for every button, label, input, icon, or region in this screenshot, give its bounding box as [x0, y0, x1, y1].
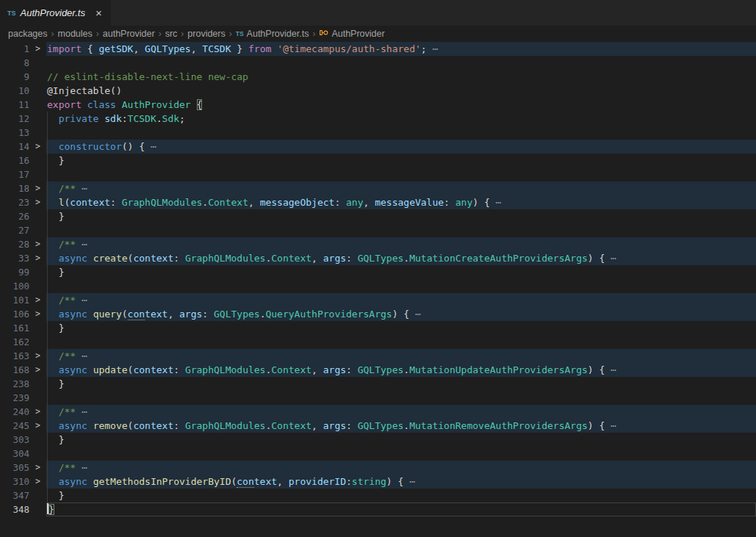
fold-chevron-icon[interactable]: >	[29, 349, 46, 363]
code-line-content[interactable]: }	[46, 377, 756, 391]
breadcrumb-item-packages[interactable]: packages	[8, 29, 48, 39]
code-line-content[interactable]	[46, 279, 756, 293]
code-line-content[interactable]: async getMethodsInProviderByID(context, …	[46, 475, 756, 489]
code-line-content[interactable]: }	[46, 489, 756, 502]
code-line-content[interactable]: /** ⋯	[46, 293, 756, 307]
folded-code-placeholder[interactable]: ⋯	[82, 462, 87, 473]
folded-code-placeholder[interactable]: ⋯	[496, 197, 502, 208]
code-line-content[interactable]	[46, 391, 756, 405]
code-line-content[interactable]: /** ⋯	[46, 461, 756, 475]
code-line-content[interactable]: @Injectable()	[46, 84, 756, 98]
code-token: TCSDK	[202, 43, 231, 54]
fold-chevron-icon[interactable]: >	[29, 363, 46, 377]
code-line-content[interactable]: constructor() { ⋯	[46, 140, 756, 154]
folded-code-placeholder[interactable]: ⋯	[82, 239, 87, 250]
code-line-content[interactable]	[46, 223, 756, 237]
folded-code-placeholder[interactable]: ⋯	[82, 295, 87, 306]
breadcrumb-item-src[interactable]: src	[165, 29, 178, 39]
code-token: }	[47, 490, 64, 501]
code-line: 27	[0, 223, 756, 237]
line-number: 304	[0, 447, 29, 461]
code-token: }	[47, 378, 64, 389]
fold-chevron-icon[interactable]: >	[29, 181, 46, 195]
code-line-content[interactable]	[46, 447, 756, 461]
code-line-content[interactable]: /** ⋯	[46, 349, 756, 363]
code-line-content[interactable]: }	[46, 321, 756, 335]
code-token: .	[403, 253, 409, 264]
folded-code-placeholder[interactable]: ⋯	[82, 183, 87, 194]
code-line: 26 }	[0, 209, 756, 223]
code-line-content[interactable]	[46, 56, 756, 70]
gutter-spacer	[29, 84, 46, 98]
breadcrumb-separator-icon: ›	[159, 29, 162, 39]
fold-chevron-icon[interactable]: >	[29, 237, 46, 251]
folded-code-placeholder[interactable]: ⋯	[415, 309, 421, 320]
code-line-content[interactable]: async update(context: GraphQLModules.Con…	[46, 363, 756, 377]
code-token: '@timecampus/auth-shared'	[277, 43, 421, 54]
fold-chevron-icon[interactable]: >	[29, 42, 46, 56]
line-number: 161	[0, 321, 29, 335]
code-token	[47, 364, 59, 375]
fold-chevron-icon[interactable]: >	[29, 140, 46, 154]
code-token: :	[346, 253, 358, 264]
tab-authprovider-ts[interactable]: TS AuthProvider.ts ×	[0, 0, 111, 26]
fold-chevron-icon[interactable]: >	[29, 195, 46, 209]
folded-code-placeholder[interactable]: ⋯	[611, 420, 616, 431]
fold-chevron-icon[interactable]: >	[29, 475, 46, 489]
code-line-content[interactable]: }	[46, 502, 756, 516]
folded-code-placeholder[interactable]: ⋯	[611, 364, 616, 375]
code-line-content[interactable]: // eslint-disable-next-line new-cap	[46, 70, 756, 84]
breadcrumb-item-authprovider[interactable]: AuthProvider	[319, 28, 384, 40]
code-line-content[interactable]: }	[46, 154, 756, 167]
fold-chevron-icon[interactable]: >	[29, 307, 46, 321]
code-token: TCSDK	[128, 113, 156, 124]
code-token: }	[47, 211, 64, 222]
code-line-content[interactable]: async remove(context: GraphQLModules.Con…	[46, 419, 756, 433]
code-token: .	[403, 364, 409, 375]
code-token: ,	[168, 309, 179, 320]
fold-chevron-icon[interactable]: >	[29, 419, 46, 433]
folded-code-placeholder[interactable]: ⋯	[82, 350, 87, 361]
code-token: :	[173, 364, 185, 375]
code-line-content[interactable]	[46, 335, 756, 349]
code-token: }	[48, 504, 54, 515]
breadcrumb-separator-icon: ›	[229, 29, 232, 39]
code-line-content[interactable]	[46, 167, 756, 181]
code-token: }	[231, 43, 248, 54]
fold-chevron-icon[interactable]: >	[29, 251, 46, 265]
code-line-content[interactable]: private sdk:TCSDK.Sdk;	[46, 112, 756, 126]
code-line-content[interactable]: /** ⋯	[46, 181, 756, 195]
code-line: 161 }	[0, 321, 756, 335]
breadcrumb-item-providers[interactable]: providers	[187, 29, 225, 39]
code-line-content[interactable]: async create(context: GraphQLModules.Con…	[46, 251, 756, 265]
line-number: 101	[0, 293, 29, 307]
fold-chevron-icon[interactable]: >	[29, 293, 46, 307]
breadcrumb-item-authprovider[interactable]: authProvider	[103, 29, 155, 39]
code-token: {	[197, 99, 203, 110]
code-line-content[interactable]: }	[46, 433, 756, 447]
code-editor[interactable]: 1>import { getSDK, GQLTypes, TCSDK } fro…	[0, 42, 756, 516]
fold-chevron-icon[interactable]: >	[29, 405, 46, 419]
code-line: 12 private sdk:TCSDK.Sdk;	[0, 112, 756, 126]
folded-code-placeholder[interactable]: ⋯	[432, 43, 438, 54]
breadcrumb-item-modules[interactable]: modules	[58, 29, 93, 39]
close-icon[interactable]: ×	[96, 7, 102, 18]
folded-code-placeholder[interactable]: ⋯	[409, 476, 415, 487]
folded-code-placeholder[interactable]: ⋯	[82, 406, 87, 417]
folded-code-placeholder[interactable]: ⋯	[151, 141, 156, 152]
code-line-content[interactable]	[46, 126, 756, 140]
code-line-content[interactable]: /** ⋯	[46, 405, 756, 419]
code-token: .	[156, 113, 162, 124]
fold-chevron-icon[interactable]: >	[29, 461, 46, 475]
code-line-content[interactable]: import { getSDK, GQLTypes, TCSDK } from …	[46, 42, 756, 56]
code-line-content[interactable]: async query(context, args: GQLTypes.Quer…	[46, 307, 756, 321]
code-line-content[interactable]: export class AuthProvider {	[46, 98, 756, 112]
breadcrumb-item-authprovider-ts[interactable]: TSAuthProvider.ts	[236, 29, 309, 39]
code-line-content[interactable]: }	[46, 265, 756, 279]
code-line-content[interactable]: }	[46, 209, 756, 223]
code-line-content[interactable]: l(context: GraphQLModules.Context, messa…	[46, 195, 756, 209]
folded-code-placeholder[interactable]: ⋯	[611, 253, 616, 264]
code-line: 99 }	[0, 265, 756, 279]
line-number: 1	[0, 42, 29, 56]
code-line-content[interactable]: /** ⋯	[46, 237, 756, 251]
